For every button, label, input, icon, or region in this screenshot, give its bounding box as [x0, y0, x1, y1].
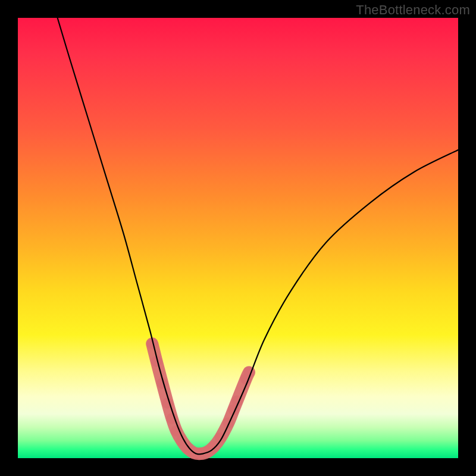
chart-frame: TheBottleneck.com: [0, 0, 476, 476]
watermark-text: TheBottleneck.com: [356, 2, 470, 18]
marker-group: [146, 338, 254, 459]
bottleneck-curve: [58, 18, 458, 454]
marker-dot: [171, 425, 182, 437]
marker-dot: [223, 418, 234, 429]
curve-layer: [18, 18, 458, 458]
plot-area: [18, 18, 458, 458]
